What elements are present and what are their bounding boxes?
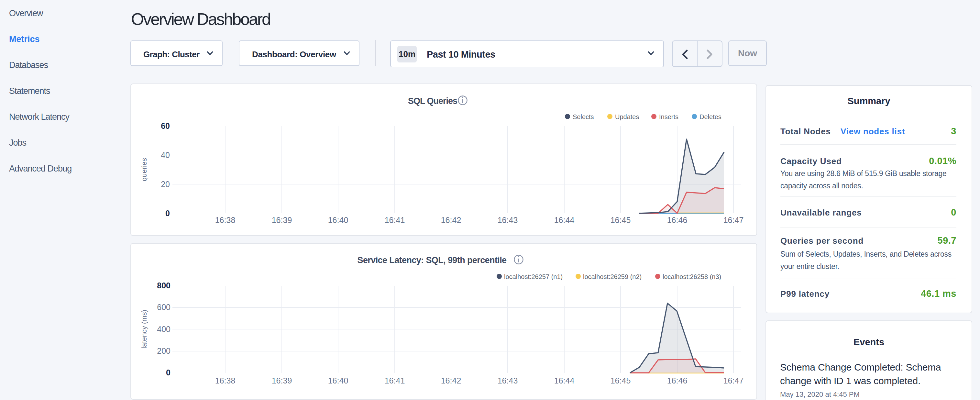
svg-text:SQL Queries: SQL Queries bbox=[408, 96, 457, 106]
svg-text:16:46: 16:46 bbox=[667, 215, 687, 225]
svg-text:16:39: 16:39 bbox=[272, 215, 292, 225]
svg-text:0: 0 bbox=[166, 368, 170, 377]
svg-text:localhost:26257 (n1): localhost:26257 (n1) bbox=[504, 273, 563, 280]
svg-text:16:45: 16:45 bbox=[611, 215, 631, 225]
svg-text:16:45: 16:45 bbox=[611, 376, 631, 385]
svg-text:Deletes: Deletes bbox=[700, 113, 721, 120]
svg-text:16:41: 16:41 bbox=[385, 215, 405, 225]
svg-text:16:42: 16:42 bbox=[441, 376, 461, 385]
svg-text:16:43: 16:43 bbox=[498, 376, 518, 385]
svg-text:16:44: 16:44 bbox=[554, 376, 574, 385]
svg-text:16:40: 16:40 bbox=[328, 215, 348, 225]
svg-text:16:42: 16:42 bbox=[441, 215, 461, 225]
svg-text:16:41: 16:41 bbox=[385, 376, 405, 385]
svg-text:Updates: Updates bbox=[615, 113, 639, 120]
svg-text:16:39: 16:39 bbox=[272, 376, 292, 385]
svg-text:16:44: 16:44 bbox=[554, 215, 574, 225]
svg-text:16:43: 16:43 bbox=[498, 215, 518, 225]
svg-text:Selects: Selects bbox=[573, 113, 594, 120]
svg-text:16:47: 16:47 bbox=[724, 215, 744, 225]
svg-text:0: 0 bbox=[165, 209, 170, 218]
svg-text:localhost:26259 (n2): localhost:26259 (n2) bbox=[583, 273, 641, 280]
svg-text:40: 40 bbox=[161, 150, 170, 159]
svg-text:localhost:26258 (n3): localhost:26258 (n3) bbox=[663, 273, 721, 280]
svg-text:60: 60 bbox=[161, 121, 170, 131]
svg-text:16:40: 16:40 bbox=[328, 376, 348, 385]
svg-text:Service Latency: SQL, 99th per: Service Latency: SQL, 99th percentile bbox=[358, 255, 507, 265]
svg-text:16:38: 16:38 bbox=[215, 215, 235, 225]
svg-text:Inserts: Inserts bbox=[659, 113, 678, 120]
svg-text:400: 400 bbox=[157, 325, 170, 334]
svg-text:16:47: 16:47 bbox=[724, 376, 744, 385]
svg-text:800: 800 bbox=[157, 281, 170, 290]
svg-text:600: 600 bbox=[157, 303, 170, 312]
svg-text:20: 20 bbox=[161, 180, 170, 189]
svg-text:latency (ms): latency (ms) bbox=[140, 310, 148, 349]
svg-text:queries: queries bbox=[140, 158, 148, 181]
svg-text:200: 200 bbox=[157, 346, 170, 355]
svg-text:16:38: 16:38 bbox=[215, 376, 235, 385]
svg-text:16:46: 16:46 bbox=[667, 376, 687, 385]
